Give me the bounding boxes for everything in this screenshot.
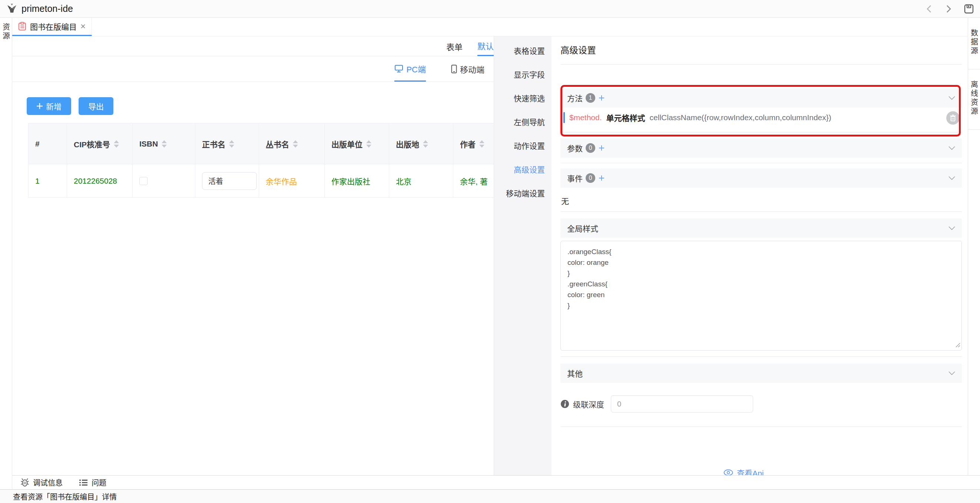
menu-item-table-settings[interactable]: 表格设置 [494,38,552,62]
chevron-down-icon[interactable] [948,146,955,150]
save-button[interactable] [964,4,974,14]
menu-item-quick-filter[interactable]: 快速筛选 [494,86,552,110]
right-rail: 数据源 离线资源 [968,18,980,489]
nav-forward-button[interactable] [944,4,953,14]
divider [560,211,962,212]
other-label: 其他 [567,367,583,379]
params-count-badge: 0 [585,143,595,153]
chevron-down-icon[interactable] [948,96,955,100]
divider [560,132,962,133]
tab-pc[interactable]: PC端 [395,56,426,81]
rail-item-offline-resources[interactable]: 离线资源 [968,69,980,130]
left-rail: 资源 [0,18,12,489]
debug-info-button[interactable]: 调试信息 [21,477,63,488]
sort-icon[interactable] [293,140,298,148]
section-events-header[interactable]: 事件 0 [560,168,962,188]
global-style-textarea[interactable]: .orangeClass{ color: orange } .greenClas… [560,241,962,351]
params-label: 参数 [567,142,583,153]
menu-item-left-nav[interactable]: 左侧导航 [494,110,552,134]
cascade-depth-input[interactable] [611,395,753,412]
rail-item-resources[interactable]: 资源 [1,23,11,41]
add-event-button[interactable] [598,175,605,181]
sort-icon[interactable] [114,140,119,148]
resize-handle-icon[interactable] [955,342,960,349]
problems-label: 问题 [92,477,107,488]
sort-icon[interactable] [423,140,428,148]
primeton-logo-icon [6,3,18,15]
methods-count-badge: 1 [585,93,595,103]
rail-item-datasource[interactable]: 数据源 [968,18,980,69]
device-tabs: PC端 移动端 [12,56,494,82]
method-name: 单元格样式 [606,112,645,123]
plus-icon [598,145,605,151]
cell-place: 北京 [389,164,453,198]
add-method-button[interactable] [598,94,605,101]
cell-cip: 2012265028 [67,164,133,198]
tab-book-cataloging[interactable]: 图书在版编目 × [12,18,92,36]
chevron-down-icon[interactable] [948,371,955,375]
events-count-badge: 0 [585,173,595,183]
method-prefix: $method. [569,113,602,122]
cell-isbn [133,164,195,198]
titlebar: primeton-ide [0,0,980,18]
nav-back-button[interactable] [925,4,933,14]
view-tabs: 表单 默认视图 [12,36,510,56]
tab-mobile[interactable]: 移动端 [451,56,484,81]
cascade-depth-row: 级联深度 [560,395,962,412]
cell-publisher: 作家出版社 [325,164,389,198]
title-input[interactable] [202,172,257,190]
problems-button[interactable]: 问题 [79,477,107,488]
isbn-checkbox[interactable] [139,177,148,185]
plus-icon [598,94,605,101]
section-other-header[interactable]: 其他 [560,364,962,383]
chevron-down-icon[interactable] [948,226,955,230]
menu-item-display-fields[interactable]: 显示字段 [494,62,552,86]
divider [560,356,962,357]
sort-icon[interactable] [229,140,234,148]
save-icon [964,4,974,14]
tab-label: 图书在版编目 [30,21,77,32]
chevron-left-icon [925,4,933,14]
close-icon[interactable]: × [80,22,86,31]
tab-pc-label: PC端 [406,63,426,75]
view-api-link[interactable]: 查看Api [737,467,764,475]
column-header-index: # [29,123,67,164]
column-header-series: 丛书名 [259,123,325,164]
phone-icon [451,65,457,73]
menu-item-action-settings[interactable]: 动作设置 [494,134,552,157]
eye-icon [724,469,733,475]
document-icon [18,22,26,31]
section-global-style-header[interactable]: 全局样式 [560,219,962,238]
table-row: 1 2012265028 余华作品 作家出版社 北京 余华, 著 [29,164,516,198]
chevron-right-icon [944,4,953,14]
trash-icon [950,114,956,122]
sort-icon[interactable] [162,140,167,148]
menu-item-mobile-settings[interactable]: 移动端设置 [494,181,552,205]
sort-icon[interactable] [366,140,371,148]
sort-icon[interactable] [479,140,484,148]
bug-icon [21,478,29,487]
tab-form[interactable]: 表单 [446,36,463,56]
method-accent-bar [563,112,565,123]
method-item-cell-class[interactable]: $method. 单元格样式 cellClassName({row,rowInd… [560,108,962,128]
chevron-down-icon[interactable] [948,176,955,180]
delete-method-button[interactable] [946,111,959,125]
action-buttons: 新增 导出 [27,97,113,115]
document-tabstrip: 图书在版编目 × [12,18,968,36]
api-row: 查看Api [560,467,962,475]
plus-icon [36,103,43,109]
list-icon [79,479,88,486]
global-style-editor: .orangeClass{ color: orange } .greenClas… [560,241,962,352]
divider [560,163,962,163]
settings-content: 高级设置 方法 1 $method. 单元格样式 cellClassName({… [552,36,968,475]
section-params-header[interactable]: 参数 0 [560,138,962,158]
menu-item-advanced-settings[interactable]: 高级设置 [494,157,552,181]
column-header-publisher: 出版单位 [325,123,389,164]
export-button[interactable]: 导出 [79,97,113,115]
add-button[interactable]: 新增 [27,97,71,115]
section-methods-header[interactable]: 方法 1 [560,88,962,108]
panel-title: 高级设置 [560,43,962,56]
column-header-cip: CIP核准号 [67,123,133,164]
bottom-toolbar: 调试信息 问题 [12,475,980,489]
add-param-button[interactable] [598,145,605,151]
